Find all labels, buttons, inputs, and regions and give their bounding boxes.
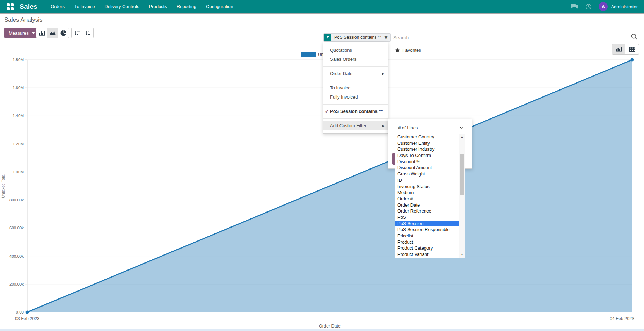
graph-view-button[interactable] [612, 44, 625, 54]
avatar-initial: A [602, 4, 605, 9]
facet-filter-icon [324, 34, 331, 41]
messages-icon[interactable] [571, 4, 578, 9]
field-option-pos-session[interactable]: PoS Session [395, 221, 459, 227]
filters-dropdown: QuotationsSales OrdersOrder Date▶To Invo… [323, 42, 388, 134]
nav-item-configuration[interactable]: Configuration [201, 0, 238, 13]
activities-clock-icon[interactable] [585, 3, 592, 10]
menu-divider [323, 118, 388, 119]
scroll-up-icon[interactable]: ▲ [459, 135, 465, 138]
menu-item-fully-invoiced[interactable]: Fully Invoiced [323, 93, 388, 102]
user-avatar[interactable]: A [599, 2, 608, 11]
y-tick-label: 1.40M [13, 114, 24, 118]
scroll-down-icon[interactable]: ▼ [459, 253, 465, 256]
field-option-pos[interactable]: PoS [395, 214, 459, 221]
field-option-customer-entity[interactable]: Customer Entity [395, 140, 459, 146]
nav-item-to-invoice[interactable]: To Invoice [69, 0, 100, 13]
legend-swatch[interactable] [301, 52, 316, 57]
submenu-arrow-icon: ▶ [382, 121, 385, 130]
menu-item-to-invoice[interactable]: To Invoice [323, 84, 388, 93]
sort-desc-button[interactable] [72, 28, 82, 38]
nav-item-products[interactable]: Products [144, 0, 171, 13]
x-axis-title: Order Date [319, 324, 341, 329]
favorites-label: Favorites [402, 48, 421, 53]
measures-button[interactable]: Measures [4, 28, 39, 38]
sort-group [71, 28, 94, 38]
nav-item-orders[interactable]: Orders [46, 0, 69, 13]
field-option-customer-industry[interactable]: Customer Industry [395, 146, 459, 152]
field-option-discount[interactable]: Discount % [395, 159, 459, 165]
sort-asc-button[interactable] [82, 28, 93, 38]
menu-item-sales-orders[interactable]: Sales Orders [323, 55, 388, 64]
favorites-button[interactable]: Favorites [391, 45, 425, 55]
field-option-days-to-confirm[interactable]: Days To Confirm [395, 152, 459, 159]
measures-label: Measures [9, 30, 29, 36]
field-option-order-date[interactable]: Order Date [395, 202, 459, 208]
check-icon: ✓ [325, 107, 329, 116]
apps-grid-icon[interactable] [7, 3, 14, 10]
bar-chart-button[interactable] [36, 28, 47, 38]
graph-view-icon [616, 46, 622, 52]
nav-item-delivery-controls[interactable]: Delivery Controls [100, 0, 144, 13]
field-option-product-variant[interactable]: Product Variant [395, 251, 459, 258]
data-point-start[interactable] [26, 311, 29, 314]
selected-field-label: # of Lines [398, 125, 418, 130]
menu-item-label: Fully Invoiced [330, 94, 358, 100]
caret-down-icon [32, 32, 35, 34]
pivot-view-icon [629, 47, 635, 52]
y-tick-label: 1.80M [13, 58, 24, 62]
menu-item-label: Quotations [330, 48, 352, 53]
menu-item-order-date[interactable]: Order Date▶ [323, 69, 388, 78]
facet-close-icon[interactable]: ✖ [383, 34, 390, 41]
y-tick-label: 0.00 [16, 310, 24, 314]
nav-item-reporting[interactable]: Reporting [172, 0, 201, 13]
search-input[interactable] [393, 33, 617, 43]
field-option-medium[interactable]: Medium [395, 189, 459, 196]
field-option-pricelist[interactable]: Pricelist [395, 233, 459, 239]
field-option-customer-country[interactable]: Customer Country [395, 134, 459, 140]
field-option-product-category[interactable]: Product Category [395, 245, 459, 251]
menu-item-label: Add Custom Filter [330, 123, 366, 128]
menu-item-label: To Invoice [330, 85, 351, 91]
search-icon[interactable] [631, 33, 638, 42]
sales-chart: 0.00200.00k400.00k600.00k800.00k1.00M1.2… [0, 44, 644, 331]
field-option-id[interactable]: ID [395, 177, 459, 184]
area-chart-icon [49, 30, 56, 36]
horizontal-scrollbar[interactable] [0, 329, 644, 331]
field-option-order[interactable]: Order # [395, 196, 459, 202]
area-chart-button[interactable] [47, 28, 58, 38]
field-option-pos-session-responsible[interactable]: PoS Session Responsible [395, 226, 459, 233]
sort-asc-icon [85, 30, 91, 36]
menu-divider [323, 66, 388, 67]
y-tick-label: 400.00k [9, 254, 24, 258]
user-name[interactable]: Administrator [611, 4, 638, 9]
pie-chart-button[interactable] [58, 28, 69, 38]
navbar-menu: OrdersTo InvoiceDelivery ControlsProduct… [46, 0, 238, 13]
custom-filter-field-select[interactable]: # of Lines [395, 123, 466, 132]
field-option-gross-weight[interactable]: Gross Weight [395, 171, 459, 177]
menu-item-quotations[interactable]: Quotations [323, 46, 388, 55]
menu-item-label: Sales Orders [330, 57, 357, 62]
x-tick-label: 04 Feb 2023 [610, 316, 634, 321]
data-point-end[interactable] [631, 58, 634, 62]
menu-item-label: Order Date [330, 71, 352, 76]
y-tick-label: 1.00M [13, 170, 24, 174]
menu-item-add-custom-filter[interactable]: Add Custom Filter▶ [323, 121, 388, 130]
pivot-view-button[interactable] [625, 44, 639, 54]
listbox-scrollbar[interactable]: ▲ ▼ [459, 134, 465, 258]
field-select-listbox: Customer CountryCustomer EntityCustomer … [395, 134, 465, 258]
menu-item-pos-session-contains[interactable]: ✓PoS Session contains "" [323, 107, 388, 116]
field-option-invoicing-status[interactable]: Invoicing Status [395, 184, 459, 190]
submenu-arrow-icon: ▶ [382, 69, 385, 78]
star-icon [395, 48, 400, 52]
chart-region: 0.00200.00k400.00k600.00k800.00k1.00M1.2… [0, 44, 644, 331]
pie-chart-icon [60, 30, 66, 36]
facet-label: PoS Session contains "" [331, 34, 383, 41]
y-axis-title: Untaxed Total [1, 174, 5, 198]
scrollbar-thumb[interactable] [460, 154, 464, 195]
app-brand[interactable]: Sales [20, 3, 37, 10]
y-tick-label: 1.60M [13, 86, 24, 90]
field-option-product[interactable]: Product [395, 239, 459, 245]
field-option-order-reference[interactable]: Order Reference [395, 208, 459, 214]
chart-type-group [36, 28, 69, 38]
field-option-discount-amount[interactable]: Discount Amount [395, 165, 459, 171]
